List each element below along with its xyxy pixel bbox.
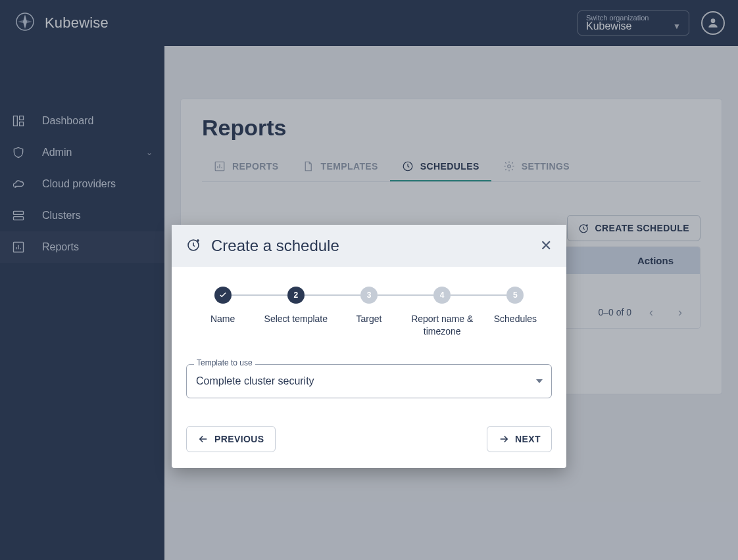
- clock-plus-icon: [186, 237, 202, 255]
- step-label: Select template: [259, 313, 332, 325]
- arrow-left-icon: [197, 433, 209, 445]
- step-number: 3: [360, 287, 378, 304]
- step-target: 3 Target: [332, 287, 405, 325]
- button-label: PREVIOUS: [214, 434, 264, 444]
- close-button[interactable]: ✕: [540, 239, 552, 253]
- create-schedule-dialog: Create a schedule ✕ Name 2 Select templa…: [172, 225, 566, 468]
- arrow-right-icon: [498, 433, 510, 445]
- step-number: 5: [506, 287, 524, 304]
- check-icon: [218, 291, 228, 300]
- field-label: Template to use: [194, 358, 255, 367]
- caret-down-icon: [536, 379, 543, 383]
- step-report-name-timezone: 4 Report name & timezone: [406, 287, 479, 338]
- template-select-field[interactable]: Template to use Complete cluster securit…: [186, 364, 552, 398]
- step-number: 4: [433, 287, 451, 304]
- step-schedules: 5 Schedules: [479, 287, 552, 325]
- dialog-header: Create a schedule ✕: [172, 225, 566, 267]
- select-value: Complete cluster security: [196, 375, 314, 387]
- step-select-template: 2 Select template: [259, 287, 332, 325]
- step-label: Target: [332, 313, 405, 325]
- step-number: 2: [287, 287, 305, 304]
- step-name: Name: [186, 287, 259, 325]
- step-label: Report name & timezone: [406, 313, 479, 338]
- step-label: Name: [186, 313, 259, 325]
- step-label: Schedules: [479, 313, 552, 325]
- next-button[interactable]: NEXT: [487, 426, 552, 452]
- stepper: Name 2 Select template 3 Target 4: [186, 287, 552, 338]
- previous-button[interactable]: PREVIOUS: [186, 426, 276, 452]
- button-label: NEXT: [515, 434, 541, 444]
- dialog-title: Create a schedule: [211, 237, 339, 255]
- modal-overlay: Create a schedule ✕ Name 2 Select templa…: [0, 0, 738, 560]
